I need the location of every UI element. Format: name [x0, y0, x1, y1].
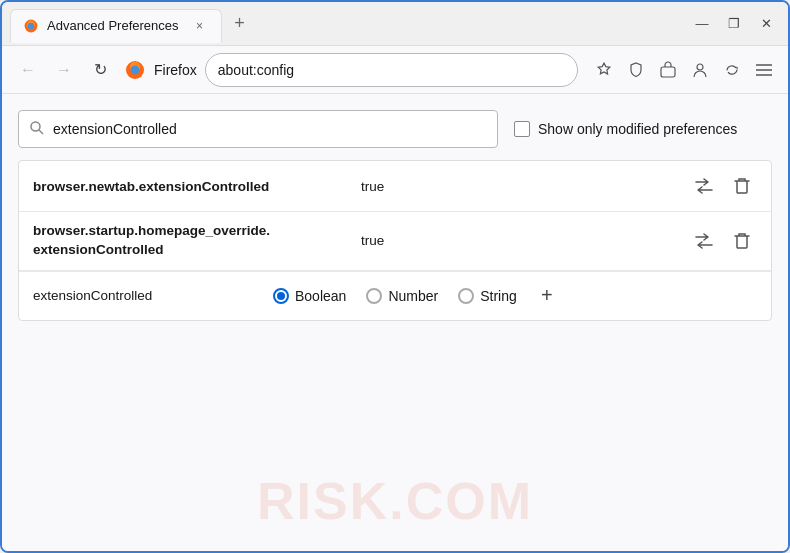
table-row: browser.startup.homepage_override. exten… [19, 212, 771, 271]
radio-string-circle [458, 288, 474, 304]
radio-number[interactable]: Number [366, 288, 438, 304]
radio-boolean-circle [273, 288, 289, 304]
radio-number-label: Number [388, 288, 438, 304]
active-tab[interactable]: Advanced Preferences × [10, 9, 222, 43]
pref-value-2: true [361, 233, 384, 248]
toggle-button-2[interactable] [689, 226, 719, 256]
new-tab-button[interactable]: + [226, 10, 254, 38]
menu-icon[interactable] [750, 56, 778, 84]
tab-area: Advanced Preferences × + [10, 2, 684, 45]
search-container[interactable] [18, 110, 498, 148]
extension-icon[interactable] [654, 56, 682, 84]
close-button[interactable]: ✕ [752, 10, 780, 38]
row-1-actions [689, 171, 757, 201]
type-radio-group: Boolean Number String [273, 288, 517, 304]
radio-boolean-label: Boolean [295, 288, 346, 304]
add-pref-button[interactable]: + [533, 282, 561, 310]
svg-point-1 [28, 22, 34, 28]
delete-button-2[interactable] [727, 226, 757, 256]
add-preference-row: extensionControlled Boolean Number Strin… [19, 271, 771, 320]
watermark: RISK.COM [257, 471, 533, 531]
radio-string-label: String [480, 288, 517, 304]
radio-string[interactable]: String [458, 288, 517, 304]
title-bar: Advanced Preferences × + — ❐ ✕ [2, 2, 788, 46]
table-row: browser.newtab.extensionControlled true [19, 161, 771, 212]
search-input[interactable] [53, 121, 487, 137]
svg-rect-4 [661, 67, 675, 77]
window-controls: — ❐ ✕ [688, 10, 780, 38]
row-2-actions [689, 226, 757, 256]
back-button[interactable]: ← [12, 54, 44, 86]
bookmark-icon[interactable] [590, 56, 618, 84]
minimize-button[interactable]: — [688, 10, 716, 38]
search-icon [29, 120, 45, 139]
pref-value-1: true [361, 179, 384, 194]
tab-favicon [23, 18, 39, 34]
sync-icon[interactable] [718, 56, 746, 84]
browser-window: Advanced Preferences × + — ❐ ✕ ← → ↻ Fir… [0, 0, 790, 553]
content-area: RISK.COM Show only modified preferences [2, 94, 788, 551]
forward-button[interactable]: → [48, 54, 80, 86]
svg-point-9 [31, 122, 40, 131]
pref-name-2: browser.startup.homepage_override. exten… [33, 222, 353, 260]
tab-title: Advanced Preferences [47, 18, 179, 33]
svg-point-5 [697, 64, 703, 70]
firefox-logo-icon [124, 59, 146, 81]
toggle-button-1[interactable] [689, 171, 719, 201]
profile-icon[interactable] [686, 56, 714, 84]
results-table: browser.newtab.extensionControlled true [18, 160, 772, 321]
show-modified-checkbox[interactable] [514, 121, 530, 137]
address-text: about:config [218, 62, 565, 78]
new-pref-name: extensionControlled [33, 288, 233, 303]
shield-icon[interactable] [622, 56, 650, 84]
radio-number-circle [366, 288, 382, 304]
address-bar[interactable]: about:config [205, 53, 578, 87]
radio-boolean[interactable]: Boolean [273, 288, 346, 304]
pref-name-1: browser.newtab.extensionControlled [33, 179, 353, 194]
svg-line-10 [39, 130, 43, 134]
restore-button[interactable]: ❐ [720, 10, 748, 38]
browser-name: Firefox [154, 62, 197, 78]
show-modified-label: Show only modified preferences [538, 121, 737, 137]
svg-point-3 [131, 65, 140, 74]
delete-button-1[interactable] [727, 171, 757, 201]
search-row: Show only modified preferences [18, 110, 772, 148]
tab-close-button[interactable]: × [191, 17, 209, 35]
nav-icons [590, 56, 778, 84]
nav-bar: ← → ↻ Firefox about:config [2, 46, 788, 94]
show-modified-container[interactable]: Show only modified preferences [514, 121, 737, 137]
reload-button[interactable]: ↻ [84, 54, 116, 86]
